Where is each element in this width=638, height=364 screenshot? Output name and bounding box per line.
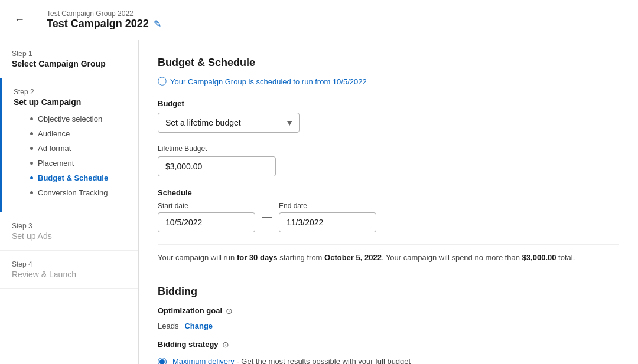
bidding-help-icon[interactable]: ⊙: [222, 340, 229, 349]
radio-max-delivery[interactable]: Maximum delivery - Get the most results …: [158, 356, 619, 365]
edit-icon[interactable]: ✎: [154, 18, 161, 29]
schedule-row: Start date — End date: [158, 202, 619, 232]
bidding-strategy-label: Bidding strategy: [158, 340, 219, 349]
info-banner: ⓘ Your Campaign Group is scheduled to ru…: [158, 76, 619, 87]
back-button[interactable]: ←: [12, 11, 27, 28]
start-date-group: Start date: [158, 202, 255, 232]
step2-title: Set up Campaign: [14, 97, 126, 107]
bullet-icon: [30, 147, 33, 150]
campaign-info-text: Your campaign will run for 30 days start…: [158, 244, 619, 271]
main-content: Budget & Schedule ⓘ Your Campaign Group …: [139, 40, 638, 364]
leads-row: Leads Change: [158, 322, 619, 330]
step3-label: Step 3: [12, 222, 126, 230]
end-date-input[interactable]: [279, 212, 376, 232]
step2-label: Step 2: [14, 88, 126, 96]
sidebar-step-3[interactable]: Step 3 Set up Ads: [0, 212, 138, 251]
header-title-row: Test Campaign 2022 ✎: [47, 18, 161, 30]
sidebar-step-2: Step 2 Set up Campaign Objective selecti…: [0, 78, 138, 212]
budget-select-wrapper: Set a lifetime budget Set a daily budget…: [158, 113, 300, 133]
end-date-label: End date: [279, 202, 376, 210]
header: ← Test Campaign Group 2022 Test Campaign…: [0, 0, 638, 40]
lifetime-budget-input[interactable]: [158, 156, 276, 176]
lifetime-budget-field-group: Lifetime Budget: [158, 145, 619, 176]
bidding-section: Bidding Optimization goal ⊙ Leads Change…: [158, 286, 619, 365]
bullet-icon: [30, 132, 33, 135]
end-date-group: End date: [279, 202, 376, 232]
leads-text: Leads: [158, 322, 178, 330]
sidebar: Step 1 Select Campaign Group Step 2 Set …: [0, 40, 139, 364]
subitem-ad-format[interactable]: Ad format: [14, 141, 126, 156]
info-banner-text: Your Campaign Group is scheduled to run …: [170, 77, 367, 86]
step3-title: Set up Ads: [12, 231, 126, 241]
radio-max-delivery-label: Maximum delivery - Get the most results …: [172, 356, 411, 365]
optimization-goal-label: Optimization goal: [158, 306, 222, 315]
budget-select[interactable]: Set a lifetime budget Set a daily budget: [158, 113, 300, 133]
header-subtitle: Test Campaign Group 2022: [47, 9, 161, 18]
bullet-icon: [30, 162, 33, 165]
schedule-field-group: Schedule Start date — End date: [158, 188, 619, 232]
budget-field-group: Budget Set a lifetime budget Set a daily…: [158, 99, 619, 133]
start-date-label: Start date: [158, 202, 255, 210]
section-title: Budget & Schedule: [158, 57, 619, 69]
bidding-strategy-row: Bidding strategy ⊙: [158, 340, 619, 349]
header-divider: [37, 8, 37, 32]
step1-label: Step 1: [12, 50, 126, 58]
budget-label: Budget: [158, 99, 619, 108]
subitem-placement[interactable]: Placement: [14, 156, 126, 170]
subitem-objective[interactable]: Objective selection: [14, 112, 126, 126]
lifetime-budget-label: Lifetime Budget: [158, 145, 619, 153]
info-circle-icon: ⓘ: [158, 76, 167, 87]
bullet-icon: [30, 191, 33, 194]
step1-title: Select Campaign Group: [12, 59, 126, 68]
sidebar-step-4[interactable]: Step 4 Review & Launch: [0, 251, 138, 289]
main-layout: Step 1 Select Campaign Group Step 2 Set …: [0, 40, 638, 364]
bidding-title: Bidding: [158, 286, 619, 298]
start-date-input[interactable]: [158, 212, 255, 232]
change-link[interactable]: Change: [184, 322, 213, 330]
subitem-conversion-tracking[interactable]: Conversion Tracking: [14, 185, 126, 200]
bullet-icon: [30, 176, 33, 179]
radio-max-delivery-input[interactable]: [158, 358, 167, 365]
help-icon[interactable]: ⊙: [226, 306, 233, 316]
schedule-label: Schedule: [158, 188, 619, 197]
header-titles: Test Campaign Group 2022 Test Campaign 2…: [47, 9, 161, 30]
subitem-budget-schedule[interactable]: Budget & Schedule: [14, 170, 126, 185]
header-title: Test Campaign 2022: [47, 18, 149, 30]
sidebar-step-1[interactable]: Step 1 Select Campaign Group: [0, 40, 138, 78]
optimization-goal-row: Optimization goal ⊙: [158, 306, 619, 316]
bullet-icon: [30, 117, 33, 120]
step4-label: Step 4: [12, 260, 126, 268]
date-separator: —: [262, 212, 272, 222]
step4-title: Review & Launch: [12, 270, 126, 279]
subitem-audience[interactable]: Audience: [14, 126, 126, 141]
step2-subitems: Objective selection Audience Ad format P…: [14, 107, 126, 202]
